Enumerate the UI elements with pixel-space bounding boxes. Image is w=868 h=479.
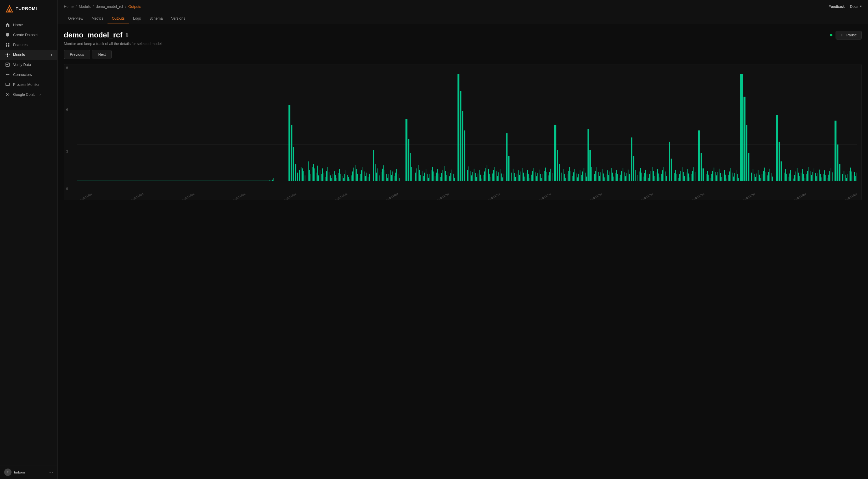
- svg-rect-265: [639, 172, 639, 181]
- breadcrumb-models[interactable]: Models: [79, 4, 91, 9]
- tab-logs[interactable]: Logs: [129, 13, 145, 24]
- svg-rect-372: [801, 173, 801, 181]
- svg-rect-156: [483, 175, 484, 181]
- svg-rect-303: [692, 171, 693, 181]
- footer-menu-icon[interactable]: ⋯: [49, 469, 53, 475]
- breadcrumb-model-name[interactable]: demo_model_rcf: [96, 4, 123, 9]
- next-button[interactable]: Next: [92, 50, 112, 59]
- svg-rect-148: [472, 172, 473, 181]
- svg-rect-196: [539, 170, 539, 181]
- svg-rect-58: [335, 175, 336, 181]
- svg-rect-302: [691, 174, 691, 181]
- svg-rect-367: [794, 175, 795, 181]
- svg-rect-405: [849, 171, 849, 181]
- svg-rect-307: [701, 153, 702, 181]
- svg-rect-392: [827, 178, 827, 181]
- svg-rect-150: [475, 173, 475, 181]
- svg-rect-35: [304, 171, 304, 181]
- svg-rect-404: [847, 174, 848, 181]
- y-label-3: 3: [66, 150, 68, 153]
- x-label-1: 13:58:23:551: [129, 192, 144, 200]
- svg-rect-245: [610, 172, 610, 181]
- swap-icon[interactable]: ⇅: [125, 32, 129, 38]
- svg-rect-283: [662, 171, 663, 181]
- svg-rect-217: [570, 171, 571, 181]
- tab-overview[interactable]: Overview: [64, 13, 87, 24]
- x-label-4: 13:58:23:666: [282, 192, 297, 200]
- svg-rect-44: [317, 166, 318, 181]
- svg-rect-190: [531, 175, 532, 181]
- breadcrumb-home[interactable]: Home: [64, 4, 73, 9]
- svg-rect-313: [711, 174, 712, 181]
- svg-rect-222: [577, 177, 578, 181]
- svg-rect-28: [291, 125, 292, 181]
- svg-rect-323: [724, 170, 725, 181]
- tab-schema[interactable]: Schema: [145, 13, 167, 24]
- svg-rect-225: [581, 175, 582, 181]
- svg-rect-146: [470, 171, 470, 181]
- svg-rect-271: [647, 174, 647, 181]
- svg-rect-334: [738, 178, 739, 181]
- svg-rect-377: [807, 171, 808, 181]
- svg-rect-174: [508, 156, 509, 181]
- svg-rect-336: [743, 97, 745, 181]
- sidebar-item-home[interactable]: Home: [0, 20, 57, 30]
- svg-rect-235: [597, 167, 597, 181]
- svg-rect-127: [439, 174, 439, 181]
- sidebar-item-process-monitor[interactable]: Process Monitor: [0, 80, 57, 90]
- svg-rect-304: [693, 167, 694, 181]
- svg-rect-89: [380, 175, 380, 181]
- pause-button[interactable]: ⏸ Pause: [836, 31, 862, 39]
- logo-text: TURBOML: [16, 6, 38, 11]
- breadcrumb: Home / Models / demo_model_rcf / Outputs: [64, 4, 141, 9]
- svg-rect-181: [519, 175, 520, 181]
- topbar: Home / Models / demo_model_rcf / Outputs…: [58, 0, 868, 13]
- svg-rect-180: [518, 171, 519, 181]
- svg-rect-83: [368, 177, 368, 181]
- svg-rect-238: [600, 172, 601, 181]
- svg-rect-115: [423, 176, 424, 181]
- sidebar-item-connectors[interactable]: Connectors: [0, 70, 57, 80]
- svg-rect-147: [471, 175, 472, 181]
- tab-outputs[interactable]: Outputs: [107, 13, 129, 24]
- sidebar-item-verify-data[interactable]: Verify Data: [0, 60, 57, 70]
- svg-point-18: [7, 94, 8, 95]
- pause-icon: ⏸: [840, 33, 844, 37]
- svg-rect-301: [690, 177, 690, 181]
- x-label-3: 13:58:23:652: [231, 192, 246, 200]
- svg-rect-63: [342, 176, 342, 181]
- svg-rect-71: [352, 172, 353, 181]
- svg-rect-389: [823, 174, 823, 181]
- svg-rect-358: [781, 161, 782, 181]
- previous-button[interactable]: Previous: [64, 50, 90, 59]
- svg-point-11: [9, 55, 10, 55]
- svg-rect-62: [340, 174, 341, 181]
- tab-metrics[interactable]: Metrics: [87, 13, 107, 24]
- tab-versions[interactable]: Versions: [167, 13, 189, 24]
- sidebar-item-create-dataset[interactable]: Create Dataset: [0, 30, 57, 40]
- svg-rect-348: [763, 171, 764, 181]
- svg-rect-279: [657, 169, 658, 181]
- svg-rect-151: [476, 177, 477, 181]
- docs-link[interactable]: Docs ↗: [850, 4, 862, 9]
- svg-rect-216: [569, 167, 570, 181]
- x-label-13: 13:58:23:795: [741, 192, 756, 200]
- sidebar-item-features[interactable]: Features: [0, 40, 57, 50]
- sidebar-item-models[interactable]: Models ›: [0, 50, 57, 60]
- svg-rect-324: [725, 175, 726, 181]
- svg-rect-46: [320, 170, 320, 181]
- feedback-link[interactable]: Feedback: [829, 4, 845, 9]
- svg-rect-229: [586, 177, 587, 181]
- sidebar-item-google-colab[interactable]: Google Colab ↗: [0, 90, 57, 99]
- svg-rect-270: [645, 170, 646, 181]
- svg-rect-236: [598, 172, 598, 181]
- svg-rect-314: [712, 171, 713, 181]
- svg-rect-315: [714, 168, 714, 181]
- svg-rect-43: [316, 173, 316, 181]
- sidebar-item-home-label: Home: [13, 23, 23, 27]
- svg-rect-40: [312, 167, 312, 181]
- svg-rect-200: [544, 171, 545, 181]
- svg-rect-39: [311, 174, 311, 181]
- monitor-icon: [5, 82, 10, 87]
- svg-rect-59: [337, 178, 337, 181]
